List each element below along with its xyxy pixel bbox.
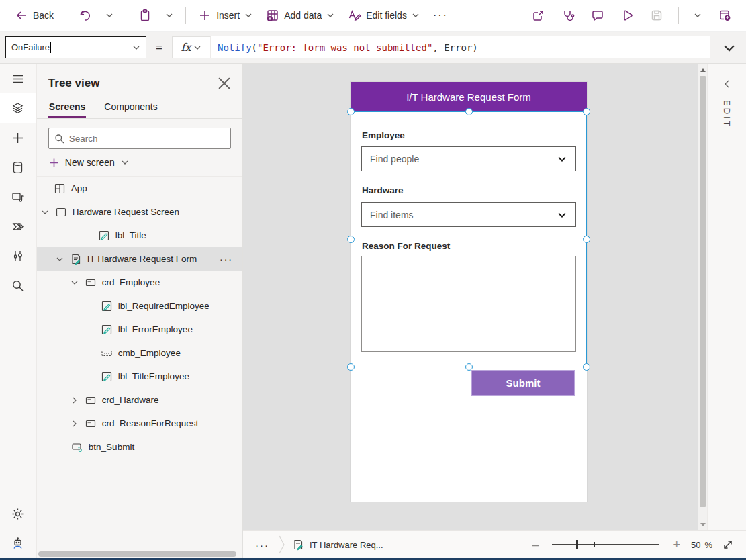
tree-item-btn-submit[interactable]: btn_Submit — [37, 435, 242, 459]
tree-view-rail-button[interactable] — [0, 93, 36, 123]
share-button[interactable] — [526, 5, 551, 26]
resize-handle-top-left[interactable] — [347, 108, 355, 115]
virtual-agent-rail-button[interactable] — [0, 528, 36, 558]
settings-rail-button[interactable] — [0, 499, 36, 528]
publish-button[interactable] — [712, 5, 737, 26]
preview-button[interactable] — [615, 5, 639, 26]
formula-bar-expand-button[interactable] — [722, 40, 737, 55]
resize-handle-middle-right[interactable] — [583, 236, 590, 243]
share-icon — [532, 9, 545, 22]
insert-button[interactable]: Insert — [193, 5, 258, 26]
formula-function: Notify — [218, 42, 252, 53]
advanced-tools-rail-button[interactable] — [0, 241, 36, 271]
tree-item-app[interactable]: App — [37, 177, 242, 200]
app-screen-page[interactable]: I/T Hardware Request Form Employee Find … — [351, 82, 587, 502]
save-button[interactable] — [645, 5, 669, 26]
toolbar-divider — [126, 7, 126, 24]
current-screen-breadcrumb[interactable]: IT Hardware Req... — [292, 539, 383, 551]
form-title-banner[interactable]: I/T Hardware Request Form — [351, 82, 587, 111]
tree-item-cmb-employee[interactable]: cmb_Employee — [37, 341, 242, 365]
expand-panel-button[interactable] — [722, 79, 733, 89]
tree-item-lbl-requiredemployee[interactable]: lbl_RequiredEmployee — [37, 294, 242, 318]
search-rail-button[interactable] — [0, 271, 36, 300]
bottom-overflow-button[interactable]: ··· — [255, 539, 269, 551]
tree-horizontal-scrollbar[interactable] — [38, 551, 238, 557]
new-screen-button[interactable]: New screen — [37, 149, 242, 177]
breadcrumb-label: IT Hardware Req... — [310, 540, 383, 550]
paste-button[interactable] — [133, 5, 157, 26]
resize-handle-bottom-middle[interactable] — [465, 363, 473, 371]
chevron-down-icon — [694, 11, 702, 19]
tree-item-hardware-request-screen[interactable]: Hardware Request Screen — [37, 200, 242, 224]
chevron-down-icon — [193, 44, 201, 52]
zoom-slider-track[interactable] — [552, 544, 659, 545]
plus-icon — [11, 131, 25, 145]
tree-item-it-hardware-request-form[interactable]: IT Hardware Request Form ··· — [37, 247, 242, 271]
chevron-right-icon[interactable] — [71, 396, 85, 404]
formula-input[interactable]: Notify("Error: form was not submitted", … — [211, 36, 710, 58]
scroll-up-arrow[interactable] — [698, 64, 707, 75]
back-button[interactable]: Back — [9, 5, 59, 26]
publish-icon — [718, 9, 731, 22]
tree-item-lbl-title[interactable]: lbl_Title — [37, 224, 242, 247]
resize-handle-bottom-left[interactable] — [347, 363, 355, 371]
zoom-in-button[interactable]: + — [669, 538, 684, 552]
chevron-down-icon — [121, 158, 129, 167]
chevron-right-icon[interactable] — [71, 420, 85, 428]
zoom-out-button[interactable]: – — [528, 538, 543, 552]
comments-button[interactable] — [586, 5, 610, 26]
resize-handle-top-middle[interactable] — [465, 108, 473, 115]
resize-handle-middle-left[interactable] — [347, 236, 355, 243]
resize-handle-top-right[interactable] — [583, 108, 590, 115]
tree-view-layers-icon — [11, 101, 25, 115]
power-automate-rail-button[interactable] — [0, 212, 36, 241]
design-canvas[interactable]: I/T Hardware Request Form Employee Find … — [243, 64, 698, 530]
undo-button[interactable] — [73, 5, 97, 26]
reason-textarea[interactable] — [361, 256, 576, 352]
tree-item-lbl-titleemployee[interactable]: lbl_TitleEmployee — [37, 365, 242, 388]
insert-rail-button[interactable] — [0, 123, 36, 152]
tree-item-lbl-erroremployee[interactable]: lbl_ErrorEmployee — [37, 318, 242, 341]
chevron-down-icon[interactable] — [71, 279, 85, 287]
back-label: Back — [33, 10, 54, 21]
media-rail-button[interactable] — [0, 182, 36, 212]
tree-search-input[interactable] — [69, 134, 225, 144]
property-selector[interactable]: OnFailure — [5, 36, 146, 58]
tree-item-crd-employee[interactable]: crd_Employee — [37, 271, 242, 294]
tab-screens[interactable]: Screens — [48, 97, 86, 118]
fx-function-button[interactable]: fx — [172, 36, 211, 58]
scrollbar-thumb[interactable] — [700, 76, 706, 507]
tree-item-crd-hardware[interactable]: crd_Hardware — [37, 388, 242, 412]
chevron-down-icon[interactable] — [56, 255, 70, 263]
zoom-slider[interactable] — [552, 539, 659, 550]
zoom-percentage: 50 % — [691, 540, 712, 550]
toolbar-overflow-button[interactable]: ··· — [428, 9, 453, 21]
employee-combobox[interactable]: Find people — [361, 146, 576, 171]
tree-search-box[interactable] — [48, 128, 231, 149]
hardware-combobox[interactable]: Find items — [361, 202, 576, 227]
scroll-down-arrow[interactable] — [698, 519, 707, 530]
fit-to-window-button[interactable] — [722, 539, 734, 551]
close-panel-button[interactable] — [217, 76, 232, 91]
add-data-button[interactable]: Add data — [261, 5, 340, 26]
tree-item-crd-reasonforrequest[interactable]: crd_ReasonForRequest — [37, 412, 242, 435]
chevron-down-icon[interactable] — [41, 208, 55, 216]
zoom-slider-handle[interactable] — [576, 540, 578, 549]
resize-handle-bottom-right[interactable] — [583, 363, 590, 371]
search-icon — [11, 279, 25, 293]
formula-string: "Error: form was not submitted" — [257, 42, 432, 53]
tree-item-overflow-button[interactable]: ··· — [220, 254, 233, 265]
hamburger-menu-button[interactable] — [0, 64, 36, 93]
scrollbar-thumb[interactable] — [38, 551, 236, 557]
paste-menu-button[interactable] — [160, 8, 179, 23]
undo-menu-button[interactable] — [100, 8, 119, 23]
tools-icon — [11, 249, 25, 263]
app-checker-button[interactable] — [556, 5, 580, 26]
data-rail-button[interactable] — [0, 152, 36, 182]
canvas-vertical-scrollbar[interactable] — [698, 64, 707, 530]
formula-rest: , Error) — [432, 42, 477, 53]
save-menu-button[interactable] — [688, 8, 707, 23]
tab-components[interactable]: Components — [103, 97, 158, 118]
submit-button[interactable]: Submit — [471, 370, 575, 396]
edit-fields-button[interactable]: Edit fields — [342, 5, 425, 26]
